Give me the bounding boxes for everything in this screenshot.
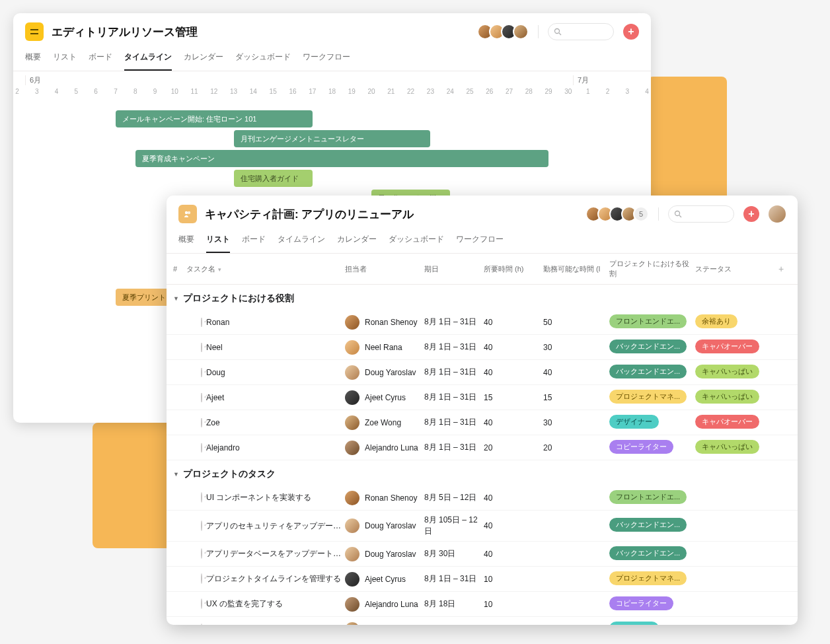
status-pill[interactable]: キャパオーバー	[695, 415, 759, 429]
avatar	[345, 622, 359, 626]
tab-リスト[interactable]: リスト	[206, 230, 230, 253]
search-input[interactable]	[548, 23, 614, 40]
col-num[interactable]: #	[173, 265, 186, 273]
tab-概要[interactable]: 概要	[178, 230, 194, 253]
table-row[interactable]: DougDoug Yaroslav8月 1日 – 31日4040バックエンドエン…	[167, 360, 798, 385]
tab-ダッシュボード[interactable]: ダッシュボード	[389, 230, 444, 253]
day-2: 2	[15, 88, 19, 95]
role-pill[interactable]: バックエンドエン...	[609, 518, 687, 532]
add-column-button[interactable]: +	[774, 264, 788, 274]
role-pill[interactable]: バックエンドエン...	[609, 365, 687, 378]
complete-toggle[interactable]	[201, 492, 202, 503]
table-row[interactable]: プロジェクトタイムラインを管理するAjeet Cyrus8月 1日 – 31日1…	[167, 567, 798, 592]
day-19: 19	[348, 88, 356, 95]
complete-toggle[interactable]	[201, 343, 202, 352]
search-input[interactable]	[668, 205, 734, 223]
complete-toggle[interactable]	[201, 418, 202, 427]
role-pill[interactable]: デザイナー	[609, 415, 659, 429]
complete-toggle[interactable]	[201, 598, 202, 609]
tab-ボード[interactable]: ボード	[242, 230, 266, 253]
day-23: 23	[427, 88, 434, 95]
table-row[interactable]: NeelNeel Rana8月 1日 – 31日4030バックエンドエン...キ…	[167, 335, 798, 360]
status-pill[interactable]: キャパオーバー	[695, 340, 759, 353]
role-pill[interactable]: フロントエンドエ...	[609, 490, 687, 504]
table-row[interactable]: AjeetAjeet Cyrus8月 1日 – 31日1515プロジェクトマネ.…	[167, 385, 798, 410]
add-button[interactable]: +	[743, 206, 759, 222]
tab-カレンダー[interactable]: カレンダー	[337, 230, 377, 253]
tab-ワークフロー[interactable]: ワークフロー	[456, 230, 504, 253]
status-pill[interactable]: キャパいっぱい	[695, 390, 759, 404]
gantt-bar[interactable]: 夏季育成キャンペーン	[135, 150, 548, 167]
tab-タイムライン[interactable]: タイムライン	[124, 48, 172, 71]
role-pill[interactable]: プロジェクトマネ...	[609, 571, 687, 585]
day-22: 22	[407, 88, 414, 95]
table-row[interactable]: UI コンポーネントを実装するRonan Shenoy8月 5日 – 12日40…	[167, 485, 798, 511]
tab-タイムライン[interactable]: タイムライン	[278, 230, 325, 253]
table-row[interactable]: アプリのセキュリティをアップデート...Doug Yaroslav8月 105日…	[167, 511, 798, 542]
day-10: 10	[171, 88, 178, 95]
complete-toggle[interactable]	[201, 624, 202, 625]
status-pill[interactable]: キャパいっぱい	[695, 365, 759, 378]
member-avatars[interactable]	[481, 24, 529, 40]
role-pill[interactable]: コピーライター	[609, 596, 673, 610]
table-row[interactable]: RonanRonan Shenoy8月 1日 – 31日4050フロントエンドエ…	[167, 310, 798, 335]
tab-カレンダー[interactable]: カレンダー	[184, 48, 223, 71]
svg-point-5	[188, 211, 190, 214]
table-row[interactable]: UX の監査を完了するAlejandro Luna8月 18日10コピーライター	[167, 592, 798, 617]
svg-rect-1	[30, 33, 38, 34]
col-avail[interactable]: 勤務可能な時間 (l	[543, 264, 609, 274]
current-user-avatar[interactable]	[769, 205, 786, 223]
svg-rect-0	[30, 29, 38, 30]
tabs-b: 概要リストボードタイムラインカレンダーダッシュボードワークフロー	[167, 226, 798, 254]
gantt-bar[interactable]: 月刊エンゲージメントニュースレター	[234, 130, 431, 147]
complete-toggle[interactable]	[201, 443, 202, 452]
tab-ダッシュボード[interactable]: ダッシュボード	[235, 48, 291, 71]
col-role[interactable]: プロジェクトにおける役割	[609, 259, 695, 279]
complete-toggle[interactable]	[201, 368, 202, 377]
role-pill[interactable]: デザイナー	[609, 622, 659, 626]
complete-toggle[interactable]	[201, 548, 202, 559]
complete-toggle[interactable]	[201, 573, 202, 584]
gantt-bar[interactable]: 住宅購入者ガイド	[234, 170, 313, 187]
col-date[interactable]: 期日	[424, 264, 484, 274]
gantt-bar[interactable]: メールキャンペーン開始: 住宅ローン 101	[116, 110, 313, 127]
tab-ワークフロー[interactable]: ワークフロー	[303, 48, 350, 71]
role-pill[interactable]: バックエンドエン...	[609, 340, 687, 353]
table-row[interactable]: AlejandroAlejandro Luna8月 1日 – 31日2020コピ…	[167, 435, 798, 460]
table-row[interactable]: ZoeZoe Wong8月 1日 – 31日4030デザイナーキャパオーバー	[167, 410, 798, 435]
table-row[interactable]: UI キットをビルドするZoe Wong8月 4日 – 8日30デザイナー	[167, 617, 798, 625]
role-pill[interactable]: プロジェクトマネ...	[609, 390, 687, 404]
member-avatars[interactable]: 5	[589, 206, 649, 222]
col-status[interactable]: ステータス	[695, 264, 774, 274]
status-pill[interactable]: 余裕あり	[695, 314, 737, 328]
col-assignee[interactable]: 担当者	[345, 264, 424, 274]
svg-point-4	[185, 211, 188, 214]
day-27: 27	[506, 88, 513, 95]
month-row: 6月 7月	[13, 71, 651, 85]
day-20: 20	[368, 88, 375, 95]
col-task[interactable]: タスク名▾	[186, 264, 345, 274]
section-header[interactable]: ▼プロジェクトのタスク	[167, 460, 798, 485]
gantt-bar[interactable]: 夏季プリント	[116, 289, 174, 306]
tab-概要[interactable]: 概要	[25, 48, 41, 71]
complete-toggle[interactable]	[201, 393, 202, 402]
complete-toggle[interactable]	[201, 318, 202, 327]
avatar-more-count[interactable]: 5	[633, 206, 649, 222]
col-hours[interactable]: 所要時間 (h)	[484, 264, 543, 274]
add-button[interactable]: +	[623, 24, 639, 40]
tab-リスト[interactable]: リスト	[53, 48, 77, 71]
day-2: 2	[606, 88, 610, 95]
role-pill[interactable]: バックエンドエン...	[609, 546, 687, 560]
status-pill[interactable]: キャパいっぱい	[695, 440, 759, 454]
svg-point-2	[555, 29, 560, 34]
role-pill[interactable]: フロントエンドエ...	[609, 314, 687, 328]
section-header[interactable]: ▼プロジェクトにおける役割	[167, 285, 798, 310]
day-1: 1	[586, 88, 590, 95]
avatar	[345, 441, 359, 455]
complete-toggle[interactable]	[201, 520, 202, 531]
avatar	[345, 390, 359, 405]
table-row[interactable]: アプリデータベースをアップデートするDoug Yaroslav8月 30日40バ…	[167, 542, 798, 567]
tab-ボード[interactable]: ボード	[89, 48, 112, 71]
role-pill[interactable]: コピーライター	[609, 440, 673, 454]
day-29: 29	[545, 88, 552, 95]
